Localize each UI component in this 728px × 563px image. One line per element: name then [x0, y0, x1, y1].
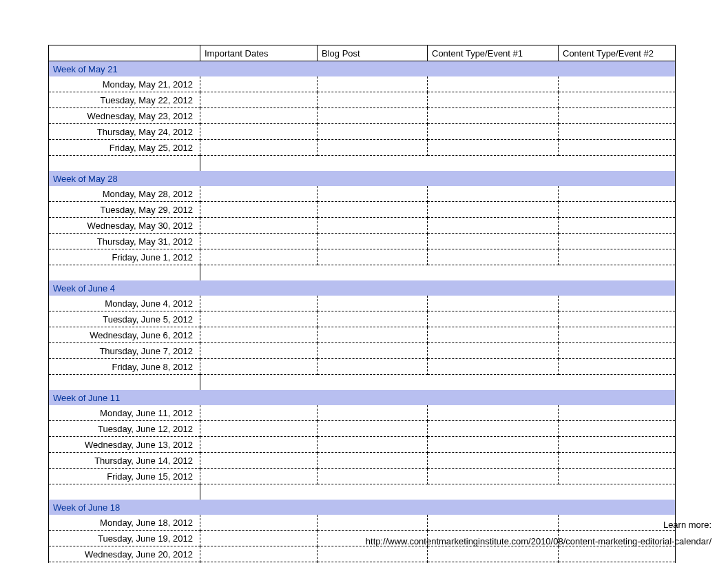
calendar-cell[interactable]: [318, 124, 428, 140]
calendar-cell[interactable]: [200, 218, 318, 234]
calendar-cell[interactable]: [318, 343, 428, 359]
calendar-cell[interactable]: [318, 296, 428, 311]
calendar-cell[interactable]: [559, 124, 676, 140]
calendar-cell[interactable]: [200, 311, 318, 327]
calendar-cell[interactable]: [428, 76, 559, 92]
day-row: Monday, May 28, 2012: [49, 186, 676, 202]
calendar-cell[interactable]: [318, 453, 428, 469]
calendar-cell[interactable]: [318, 186, 428, 202]
calendar-cell[interactable]: [200, 515, 318, 531]
calendar-cell[interactable]: [318, 437, 428, 453]
calendar-cell[interactable]: [318, 76, 428, 92]
calendar-cell[interactable]: [200, 421, 318, 437]
week-label: Week of June 4: [49, 280, 676, 296]
calendar-cell[interactable]: [559, 186, 676, 202]
day-row: Thursday, May 24, 2012: [49, 124, 676, 140]
calendar-cell[interactable]: [559, 202, 676, 218]
calendar-cell[interactable]: [200, 359, 318, 375]
calendar-cell[interactable]: [200, 186, 318, 202]
calendar-cell[interactable]: [559, 92, 676, 108]
calendar-cell[interactable]: [200, 437, 318, 453]
calendar-sheet: Important DatesBlog PostContent Type/Eve…: [0, 0, 728, 563]
calendar-cell[interactable]: [428, 234, 559, 249]
calendar-cell[interactable]: [318, 140, 428, 156]
day-row: Tuesday, June 5, 2012: [49, 311, 676, 327]
week-label: Week of May 28: [49, 171, 676, 186]
calendar-cell[interactable]: [559, 343, 676, 359]
calendar-cell[interactable]: [428, 202, 559, 218]
calendar-cell[interactable]: [428, 218, 559, 234]
calendar-cell[interactable]: [200, 76, 318, 92]
calendar-cell[interactable]: [200, 405, 318, 421]
calendar-cell[interactable]: [318, 421, 428, 437]
calendar-cell[interactable]: [318, 249, 428, 265]
calendar-cell[interactable]: [318, 202, 428, 218]
day-date: Wednesday, June 13, 2012: [49, 437, 200, 453]
calendar-cell[interactable]: [559, 469, 676, 484]
calendar-cell[interactable]: [318, 92, 428, 108]
calendar-cell[interactable]: [318, 311, 428, 327]
calendar-cell[interactable]: [428, 311, 559, 327]
calendar-cell[interactable]: [559, 76, 676, 92]
calendar-cell[interactable]: [428, 186, 559, 202]
calendar-cell[interactable]: [200, 469, 318, 484]
calendar-cell[interactable]: [559, 437, 676, 453]
calendar-cell[interactable]: [200, 124, 318, 140]
calendar-cell[interactable]: [200, 140, 318, 156]
calendar-cell[interactable]: [559, 421, 676, 437]
calendar-cell[interactable]: [318, 469, 428, 484]
calendar-cell[interactable]: [559, 108, 676, 124]
day-date: Monday, May 21, 2012: [49, 76, 200, 92]
calendar-cell[interactable]: [200, 202, 318, 218]
calendar-cell[interactable]: [428, 124, 559, 140]
week-header-row: Week of May 28: [49, 171, 676, 186]
calendar-cell[interactable]: [200, 249, 318, 265]
calendar-cell[interactable]: [200, 234, 318, 249]
day-date: Monday, June 4, 2012: [49, 296, 200, 311]
calendar-cell[interactable]: [428, 92, 559, 108]
calendar-cell[interactable]: [559, 311, 676, 327]
day-row: Thursday, May 31, 2012: [49, 234, 676, 249]
calendar-cell[interactable]: [200, 327, 318, 343]
calendar-cell[interactable]: [200, 92, 318, 108]
calendar-cell[interactable]: [428, 327, 559, 343]
calendar-cell[interactable]: [318, 108, 428, 124]
calendar-cell[interactable]: [318, 359, 428, 375]
calendar-cell[interactable]: [428, 453, 559, 469]
calendar-cell[interactable]: [200, 546, 318, 562]
calendar-cell[interactable]: [428, 421, 559, 437]
calendar-cell[interactable]: [428, 405, 559, 421]
calendar-cell[interactable]: [200, 453, 318, 469]
calendar-cell[interactable]: [428, 108, 559, 124]
calendar-cell[interactable]: [428, 249, 559, 265]
calendar-cell[interactable]: [559, 296, 676, 311]
calendar-cell[interactable]: [318, 405, 428, 421]
calendar-cell[interactable]: [428, 140, 559, 156]
calendar-cell[interactable]: [428, 359, 559, 375]
calendar-cell[interactable]: [318, 327, 428, 343]
calendar-cell[interactable]: [200, 108, 318, 124]
footer: Learn more: http://www.contentmarketingi…: [366, 517, 711, 549]
calendar-cell[interactable]: [559, 140, 676, 156]
calendar-cell[interactable]: [559, 405, 676, 421]
calendar-cell[interactable]: [559, 218, 676, 234]
calendar-cell[interactable]: [428, 469, 559, 484]
calendar-cell[interactable]: [200, 343, 318, 359]
day-date: Tuesday, June 19, 2012: [49, 531, 200, 546]
calendar-cell[interactable]: [559, 453, 676, 469]
calendar-cell[interactable]: [559, 249, 676, 265]
calendar-cell[interactable]: [200, 531, 318, 546]
calendar-cell[interactable]: [428, 437, 559, 453]
calendar-cell[interactable]: [559, 234, 676, 249]
calendar-cell[interactable]: [559, 359, 676, 375]
calendar-cell[interactable]: [200, 296, 318, 311]
calendar-cell[interactable]: [318, 218, 428, 234]
day-date: Monday, May 28, 2012: [49, 186, 200, 202]
learn-more-label: Learn more:: [366, 517, 711, 533]
calendar-cell[interactable]: [428, 343, 559, 359]
calendar-cell[interactable]: [318, 234, 428, 249]
day-date: Monday, June 18, 2012: [49, 515, 200, 531]
calendar-cell[interactable]: [428, 296, 559, 311]
day-row: Monday, June 11, 2012: [49, 405, 676, 421]
calendar-cell[interactable]: [559, 327, 676, 343]
